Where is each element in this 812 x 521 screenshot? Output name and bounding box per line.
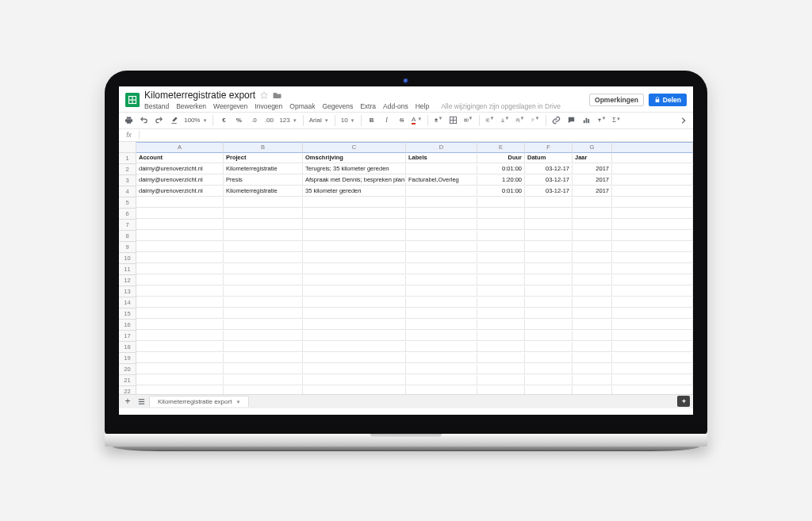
cell[interactable] bbox=[303, 308, 406, 319]
row-header[interactable]: 4 bbox=[119, 186, 136, 197]
add-sheet-button[interactable]: + bbox=[122, 396, 133, 406]
cell[interactable] bbox=[477, 342, 525, 352]
cell[interactable] bbox=[224, 297, 303, 308]
toolbar-overflow-icon[interactable] bbox=[679, 117, 688, 125]
cell[interactable] bbox=[573, 375, 612, 385]
menu-bestand[interactable]: Bestand bbox=[144, 102, 169, 110]
cell[interactable] bbox=[612, 209, 693, 219]
menu-opmaak[interactable]: Opmaak bbox=[289, 102, 315, 110]
text-color-icon[interactable]: A▼ bbox=[412, 117, 422, 125]
cell[interactable]: Datum bbox=[525, 153, 573, 163]
cell[interactable] bbox=[136, 220, 224, 230]
cell[interactable] bbox=[573, 220, 612, 230]
cell[interactable] bbox=[612, 264, 693, 274]
cell[interactable]: Kilometerregistratie bbox=[224, 164, 303, 174]
cell[interactable] bbox=[406, 242, 477, 252]
cell[interactable] bbox=[573, 364, 612, 374]
cell[interactable] bbox=[477, 242, 525, 252]
cell[interactable] bbox=[136, 275, 224, 285]
row-header[interactable]: 14 bbox=[119, 297, 136, 308]
strike-icon[interactable]: S bbox=[397, 117, 407, 124]
cell[interactable] bbox=[136, 264, 224, 274]
cell[interactable] bbox=[303, 209, 406, 219]
cell[interactable] bbox=[525, 364, 573, 374]
cell[interactable] bbox=[573, 308, 612, 319]
chart-icon[interactable] bbox=[582, 116, 592, 125]
cell[interactable] bbox=[525, 242, 573, 252]
italic-icon[interactable]: I bbox=[382, 117, 392, 124]
cell[interactable] bbox=[612, 286, 693, 297]
cell[interactable]: 0:01:00 bbox=[477, 164, 525, 174]
comment-icon[interactable] bbox=[567, 116, 576, 125]
paint-format-icon[interactable] bbox=[169, 116, 178, 125]
cell[interactable] bbox=[477, 197, 525, 208]
cell[interactable] bbox=[303, 375, 406, 385]
menu-extra[interactable]: Extra bbox=[360, 102, 376, 110]
star-icon[interactable] bbox=[260, 91, 268, 99]
cell[interactable] bbox=[525, 209, 573, 219]
rotate-text-icon[interactable]: ▼ bbox=[530, 116, 540, 125]
cell[interactable]: Facturabel,Overleg bbox=[406, 175, 477, 186]
cell[interactable] bbox=[612, 364, 693, 374]
cell[interactable] bbox=[573, 197, 612, 208]
cell[interactable] bbox=[406, 286, 477, 297]
cell[interactable] bbox=[406, 386, 477, 394]
row-header[interactable]: 10 bbox=[119, 253, 136, 264]
cell[interactable] bbox=[525, 197, 573, 208]
cell[interactable] bbox=[612, 164, 693, 174]
cell[interactable] bbox=[406, 331, 477, 341]
cell[interactable]: Labels bbox=[406, 153, 477, 163]
zoom-select[interactable]: 100%▼ bbox=[184, 117, 207, 124]
cell[interactable] bbox=[612, 275, 693, 285]
cell[interactable] bbox=[224, 353, 303, 363]
cell[interactable] bbox=[612, 197, 693, 208]
cell[interactable] bbox=[525, 375, 573, 385]
cell[interactable] bbox=[303, 220, 406, 230]
cell[interactable] bbox=[136, 375, 224, 385]
cell[interactable] bbox=[303, 364, 406, 374]
cell[interactable]: 03-12-17 bbox=[525, 175, 573, 186]
cell[interactable] bbox=[224, 375, 303, 385]
cell[interactable] bbox=[224, 231, 303, 241]
cell[interactable] bbox=[477, 375, 525, 385]
percent-icon[interactable]: % bbox=[234, 117, 243, 124]
cell[interactable] bbox=[406, 320, 477, 330]
cell[interactable] bbox=[612, 342, 693, 352]
explore-button[interactable] bbox=[677, 396, 690, 407]
col-header-f[interactable]: F bbox=[525, 142, 573, 153]
cell[interactable] bbox=[224, 264, 303, 274]
row-header[interactable]: 19 bbox=[119, 353, 136, 364]
cell[interactable]: 03-12-17 bbox=[525, 186, 573, 197]
cell[interactable]: 2017 bbox=[573, 164, 612, 174]
cell[interactable] bbox=[406, 375, 477, 385]
cell[interactable] bbox=[477, 209, 525, 219]
cell[interactable] bbox=[303, 320, 406, 330]
row-header[interactable]: 22 bbox=[119, 386, 136, 394]
cell[interactable] bbox=[224, 331, 303, 341]
font-select[interactable]: Arial▼ bbox=[309, 117, 329, 124]
col-header-a[interactable]: A bbox=[136, 142, 224, 153]
cell[interactable] bbox=[303, 342, 406, 352]
cell[interactable] bbox=[136, 297, 224, 308]
cell[interactable] bbox=[525, 286, 573, 297]
cell[interactable] bbox=[406, 364, 477, 374]
cell[interactable] bbox=[136, 308, 224, 319]
menu-help[interactable]: Help bbox=[416, 102, 429, 110]
undo-icon[interactable] bbox=[139, 116, 148, 125]
cell[interactable] bbox=[573, 320, 612, 330]
cell[interactable] bbox=[224, 286, 303, 297]
row-header[interactable]: 15 bbox=[119, 308, 136, 320]
cell[interactable] bbox=[612, 353, 693, 363]
cell[interactable] bbox=[224, 220, 303, 230]
cell[interactable] bbox=[406, 297, 477, 308]
cell[interactable] bbox=[406, 308, 477, 319]
sheet-tab[interactable]: Kilometerregistratie export ▼ bbox=[149, 396, 249, 407]
sheet-tab-menu-icon[interactable]: ▼ bbox=[236, 400, 240, 404]
cell[interactable] bbox=[525, 220, 573, 230]
comments-button[interactable]: Opmerkingen bbox=[589, 94, 644, 106]
bold-icon[interactable]: B bbox=[367, 117, 377, 124]
cell[interactable] bbox=[573, 209, 612, 219]
cell[interactable]: Terugreis; 35 kilometer gereden bbox=[303, 164, 406, 174]
cell[interactable] bbox=[224, 320, 303, 330]
cell[interactable] bbox=[303, 275, 406, 285]
